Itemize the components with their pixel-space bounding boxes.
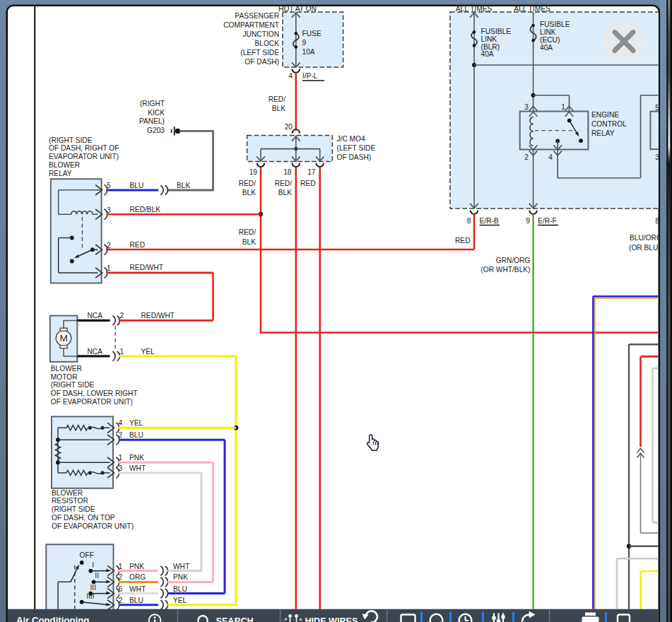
svg-text:5: 5 — [107, 182, 111, 189]
svg-text:(LEFT SIDE: (LEFT SIDE — [240, 49, 279, 57]
svg-text:RED/BLK: RED/BLK — [130, 206, 161, 213]
svg-text:NCA: NCA — [88, 348, 103, 356]
svg-text:RED/WHT: RED/WHT — [141, 312, 175, 319]
svg-text:RED/: RED/ — [275, 180, 293, 187]
svg-text:(LEFT SIDE: (LEFT SIDE — [337, 144, 376, 152]
svg-text:RELAY: RELAY — [49, 170, 72, 177]
svg-text:(RIGHT SIDE: (RIGHT SIDE — [52, 505, 95, 513]
svg-text:ENGINE: ENGINE — [591, 111, 619, 119]
svg-text:FUSIBLE: FUSIBLE — [481, 28, 512, 35]
svg-text:RED: RED — [455, 237, 471, 245]
svg-text:SEARCH: SEARCH — [216, 616, 254, 622]
svg-text:NCA: NCA — [88, 312, 103, 319]
svg-text:Air Conditioning: Air Conditioning — [16, 615, 89, 622]
svg-text:PNK: PNK — [173, 573, 188, 581]
svg-text:M: M — [59, 333, 67, 344]
svg-text:OFF: OFF — [80, 551, 94, 559]
svg-text:BLK: BLK — [177, 182, 190, 189]
svg-text:1: 1 — [107, 264, 111, 272]
svg-text:YEL: YEL — [129, 419, 143, 427]
svg-text:WHT: WHT — [129, 464, 146, 472]
svg-text:1: 1 — [119, 563, 123, 570]
svg-text:YEL: YEL — [141, 348, 155, 356]
svg-text:ORG: ORG — [129, 573, 146, 581]
svg-text:EVAPORATOR UNIT): EVAPORATOR UNIT) — [49, 153, 119, 160]
svg-text:18: 18 — [283, 168, 292, 176]
svg-text:OF DASH, ON TOP: OF DASH, ON TOP — [52, 514, 115, 522]
svg-text:(RIGHT: (RIGHT — [140, 100, 165, 107]
svg-text:3: 3 — [524, 103, 529, 111]
svg-text:(BLR): (BLR) — [481, 43, 500, 51]
svg-text:(RIGHT SIDE: (RIGHT SIDE — [49, 136, 93, 144]
svg-text:8: 8 — [467, 217, 471, 225]
svg-text:III: III — [90, 584, 97, 592]
svg-text:6: 6 — [119, 585, 123, 593]
svg-text:1: 1 — [120, 348, 124, 356]
svg-text:BLU/ORG: BLU/ORG — [630, 234, 662, 242]
svg-text:RELAY: RELAY — [591, 129, 615, 137]
svg-text:3: 3 — [119, 464, 123, 472]
svg-text:40A: 40A — [540, 44, 553, 52]
svg-text:2: 2 — [119, 573, 123, 581]
svg-text:2: 2 — [524, 153, 529, 161]
svg-text:LINK: LINK — [540, 28, 556, 36]
svg-text:10A: 10A — [302, 48, 315, 56]
svg-text:(OR BLU: (OR BLU — [629, 244, 658, 252]
svg-text:2: 2 — [107, 242, 111, 250]
svg-text:19: 19 — [249, 168, 258, 176]
svg-text:WHT: WHT — [173, 563, 189, 570]
svg-text:(ECU): (ECU) — [540, 36, 560, 44]
svg-text:BLK: BLK — [272, 105, 285, 112]
svg-text:JUNCTION: JUNCTION — [243, 30, 280, 38]
svg-text:WHT: WHT — [129, 585, 146, 593]
svg-text:KICK: KICK — [148, 109, 165, 117]
svg-text:RED/WHT: RED/WHT — [130, 264, 164, 271]
svg-text:3: 3 — [107, 206, 111, 214]
svg-text:17: 17 — [307, 168, 316, 176]
svg-text:LINK: LINK — [481, 35, 497, 43]
svg-text:RED: RED — [300, 180, 316, 187]
svg-text:PNK: PNK — [129, 563, 144, 570]
svg-text:RESISTOR: RESISTOR — [52, 497, 88, 505]
svg-text:COMPARTMENT: COMPARTMENT — [223, 21, 279, 29]
svg-text:BLOWER: BLOWER — [49, 161, 80, 169]
svg-text:MOTOR: MOTOR — [51, 373, 78, 381]
svg-text:1: 1 — [119, 454, 123, 462]
svg-text:OF DASH, RIGHT OF: OF DASH, RIGHT OF — [49, 144, 119, 152]
svg-text:BLU: BLU — [173, 585, 187, 593]
svg-text:BLK: BLK — [242, 189, 256, 196]
svg-text:J/C MO4: J/C MO4 — [337, 135, 366, 143]
svg-text:BLOWER: BLOWER — [52, 489, 83, 497]
svg-text:4: 4 — [548, 153, 553, 161]
svg-text:BLOWER: BLOWER — [51, 365, 82, 372]
svg-text:2: 2 — [120, 312, 124, 319]
svg-text:20: 20 — [285, 123, 293, 131]
svg-text:OF DASH): OF DASH) — [244, 58, 279, 66]
svg-text:4: 4 — [288, 72, 293, 80]
svg-text:OF EVAPORATOR UNIT): OF EVAPORATOR UNIT) — [52, 522, 134, 530]
svg-text:40A: 40A — [481, 50, 494, 58]
svg-text:RED/: RED/ — [239, 228, 257, 236]
svg-text:I: I — [92, 561, 94, 569]
svg-text:1: 1 — [561, 103, 565, 111]
svg-text:9: 9 — [526, 217, 530, 225]
svg-text:BLU: BLU — [129, 597, 143, 604]
svg-text:BLU: BLU — [129, 431, 143, 439]
svg-text:RED: RED — [130, 241, 146, 249]
svg-text:BLK: BLK — [278, 189, 292, 196]
svg-text:I/P-L: I/P-L — [302, 72, 318, 80]
svg-text:(RIGHT SIDE: (RIGHT SIDE — [51, 381, 95, 389]
svg-text:FUSIBLE: FUSIBLE — [540, 20, 570, 28]
svg-text:HIDE WIRES: HIDE WIRES — [305, 616, 358, 622]
svg-text:4: 4 — [119, 419, 123, 427]
svg-text:2: 2 — [119, 597, 123, 604]
svg-text:RED/: RED/ — [269, 95, 286, 103]
svg-text:CONTROL: CONTROL — [591, 120, 627, 128]
svg-text:G203: G203 — [147, 127, 165, 134]
svg-text:BLOCK: BLOCK — [254, 40, 279, 47]
svg-text:PNK: PNK — [129, 454, 144, 462]
svg-text:FUSE: FUSE — [302, 30, 322, 37]
svg-text:E/R-B: E/R-B — [480, 217, 499, 225]
svg-text:GRN/ORG: GRN/ORG — [496, 257, 531, 264]
svg-text:OF EVAPORATOR UNIT): OF EVAPORATOR UNIT) — [51, 398, 133, 406]
